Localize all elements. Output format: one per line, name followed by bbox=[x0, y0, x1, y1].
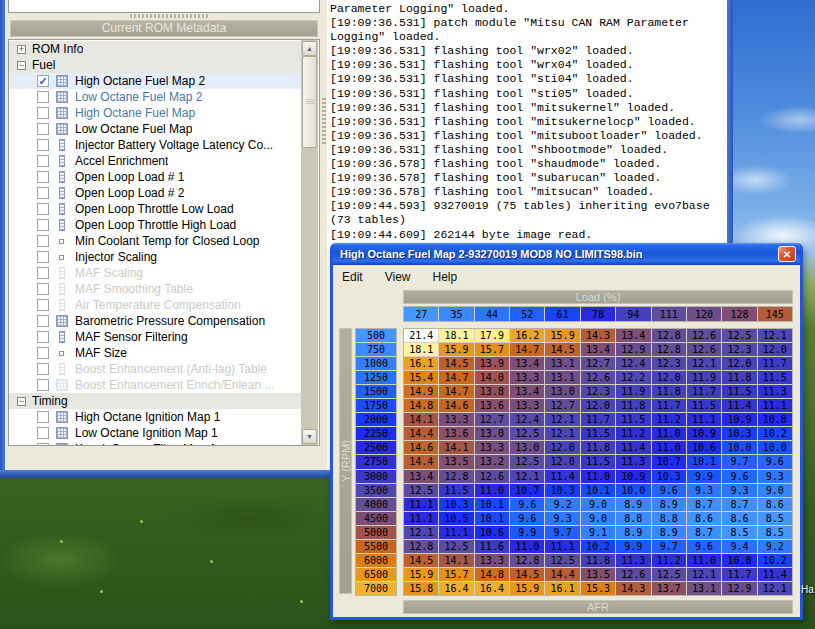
map-cell[interactable]: 13.5 bbox=[439, 455, 473, 468]
map-cell[interactable]: 17.9 bbox=[475, 329, 509, 342]
tree-item[interactable]: Boost Enhancement (Anti-lag) Table bbox=[9, 361, 301, 377]
checkbox[interactable] bbox=[37, 379, 49, 391]
map-cell[interactable]: 18.1 bbox=[404, 343, 438, 356]
tree-item[interactable]: Injector Scaling bbox=[9, 249, 301, 265]
map-cell[interactable]: 11.8 bbox=[722, 371, 756, 384]
map-cell[interactable]: 9.3 bbox=[687, 484, 721, 497]
map-cell[interactable]: 11.0 bbox=[510, 540, 544, 553]
checkbox[interactable] bbox=[37, 427, 49, 439]
map-cell[interactable]: 14.5 bbox=[510, 568, 544, 581]
row-header-cell[interactable]: 6500 bbox=[356, 568, 396, 581]
col-header-cell[interactable]: 35 bbox=[439, 307, 473, 321]
map-cell[interactable]: 16.1 bbox=[545, 582, 579, 595]
tree-item[interactable]: Low Octane Ignition Map 1 bbox=[9, 425, 301, 441]
map-cell[interactable]: 11.7 bbox=[652, 399, 686, 412]
map-cell[interactable]: 13.4 bbox=[616, 329, 650, 342]
map-cell[interactable]: 14.5 bbox=[404, 554, 438, 567]
map-cell[interactable]: 12.6 bbox=[616, 568, 650, 581]
tree-item[interactable]: MAF Sensor Filtering bbox=[9, 329, 301, 345]
map-cell[interactable]: 15.9 bbox=[545, 329, 579, 342]
map-cell[interactable]: 13.5 bbox=[581, 568, 615, 581]
map-cell[interactable]: 14.4 bbox=[545, 568, 579, 581]
map-cell[interactable]: 13.3 bbox=[475, 441, 509, 454]
col-header-cell[interactable]: 120 bbox=[687, 307, 721, 321]
map-cell[interactable]: 10.9 bbox=[616, 470, 650, 483]
map-cell[interactable]: 9.2 bbox=[545, 498, 579, 511]
map-cell[interactable]: 9.6 bbox=[652, 484, 686, 497]
tree-item[interactable]: Open Loop Load # 2 bbox=[9, 185, 301, 201]
checkbox[interactable] bbox=[37, 155, 49, 167]
map-cell[interactable]: 9.6 bbox=[510, 498, 544, 511]
map-cell[interactable]: 9.9 bbox=[616, 540, 650, 553]
checkbox[interactable] bbox=[37, 283, 49, 295]
row-header-cell[interactable]: 5000 bbox=[356, 526, 396, 539]
map-cell[interactable]: 9.7 bbox=[722, 455, 756, 468]
map-cell[interactable]: 13.0 bbox=[510, 441, 544, 454]
map-cell[interactable]: 14.6 bbox=[439, 399, 473, 412]
map-cell[interactable]: 8.9 bbox=[652, 498, 686, 511]
map-cell[interactable]: 9.2 bbox=[758, 540, 792, 553]
map-cell[interactable]: 12.4 bbox=[510, 413, 544, 426]
map-cell[interactable]: 11.5 bbox=[581, 427, 615, 440]
map-cell[interactable]: 11.1 bbox=[758, 399, 792, 412]
map-cell[interactable]: 10.9 bbox=[687, 427, 721, 440]
row-header-cell[interactable]: 1250 bbox=[356, 371, 396, 384]
collapse-icon[interactable]: − bbox=[17, 397, 26, 406]
map-cell[interactable]: 9.3 bbox=[545, 512, 579, 525]
map-cell[interactable]: 11.2 bbox=[652, 413, 686, 426]
map-cell[interactable]: 14.7 bbox=[439, 371, 473, 384]
map-cell[interactable]: 13.6 bbox=[439, 427, 473, 440]
map-cell[interactable]: 8.9 bbox=[652, 526, 686, 539]
map-cell[interactable]: 11.8 bbox=[616, 399, 650, 412]
collapse-icon[interactable]: − bbox=[17, 61, 26, 70]
map-cell[interactable]: 11.4 bbox=[722, 399, 756, 412]
map-cell[interactable]: 15.9 bbox=[510, 582, 544, 595]
map-cell[interactable]: 12.0 bbox=[652, 371, 686, 384]
tree-item[interactable]: Barometric Pressure Compensation bbox=[9, 313, 301, 329]
map-cell[interactable]: 16.1 bbox=[404, 357, 438, 370]
map-cell[interactable]: 9.9 bbox=[510, 526, 544, 539]
tree-item[interactable]: Low Octane Fuel Map 2 bbox=[9, 89, 301, 105]
map-cell[interactable]: 12.5 bbox=[439, 540, 473, 553]
vertical-splitter-handle[interactable] bbox=[322, 98, 326, 146]
tree-item[interactable]: −Fuel bbox=[9, 57, 301, 73]
map-cell[interactable]: 14.7 bbox=[510, 343, 544, 356]
map-cell[interactable]: 11.3 bbox=[758, 385, 792, 398]
map-cell[interactable]: 21.4 bbox=[404, 329, 438, 342]
tree-item[interactable]: Injector Battery Voltage Latency Co... bbox=[9, 137, 301, 153]
col-header-cell[interactable]: 78 bbox=[581, 307, 615, 321]
map-cell[interactable]: 11.8 bbox=[581, 554, 615, 567]
tree-item[interactable]: Open Loop Throttle High Load bbox=[9, 217, 301, 233]
map-cell[interactable]: 11.7 bbox=[581, 413, 615, 426]
map-cell[interactable]: 15.7 bbox=[439, 568, 473, 581]
map-cell[interactable]: 11.7 bbox=[722, 568, 756, 581]
map-cell[interactable]: 13.2 bbox=[475, 455, 509, 468]
map-cell[interactable]: 13.9 bbox=[475, 357, 509, 370]
map-cell[interactable]: 11.1 bbox=[404, 512, 438, 525]
row-header-cell[interactable]: 4500 bbox=[356, 512, 396, 525]
map-cell[interactable]: 13.4 bbox=[404, 470, 438, 483]
map-cell[interactable]: 12.5 bbox=[510, 455, 544, 468]
map-cell[interactable]: 13.3 bbox=[439, 413, 473, 426]
map-cell[interactable]: 14.1 bbox=[404, 413, 438, 426]
map-cell[interactable]: 14.5 bbox=[439, 357, 473, 370]
map-cell[interactable]: 12.1 bbox=[758, 329, 792, 342]
map-cell[interactable]: 10.8 bbox=[722, 554, 756, 567]
map-cell[interactable]: 12.4 bbox=[616, 357, 650, 370]
map-cell[interactable]: 12.1 bbox=[687, 568, 721, 581]
row-header-cell[interactable]: 3500 bbox=[356, 484, 396, 497]
map-cell[interactable]: 14.1 bbox=[439, 441, 473, 454]
row-header-cell[interactable]: 500 bbox=[356, 329, 396, 342]
tree-item[interactable]: High Octane Ignition Map 1 bbox=[9, 409, 301, 425]
map-cell[interactable]: 12.6 bbox=[581, 371, 615, 384]
map-cell[interactable]: 14.9 bbox=[404, 385, 438, 398]
col-header-cell[interactable]: 111 bbox=[652, 307, 686, 321]
map-cell[interactable]: 10.3 bbox=[652, 470, 686, 483]
map-cell[interactable]: 10.7 bbox=[652, 455, 686, 468]
map-cell[interactable]: 12.8 bbox=[652, 343, 686, 356]
row-header-cell[interactable]: 2750 bbox=[356, 455, 396, 468]
map-cell[interactable]: 10.2 bbox=[758, 427, 792, 440]
col-header-cell[interactable]: 128 bbox=[722, 307, 756, 321]
row-header-cell[interactable]: 1000 bbox=[356, 357, 396, 370]
map-cell[interactable]: 15.7 bbox=[475, 343, 509, 356]
